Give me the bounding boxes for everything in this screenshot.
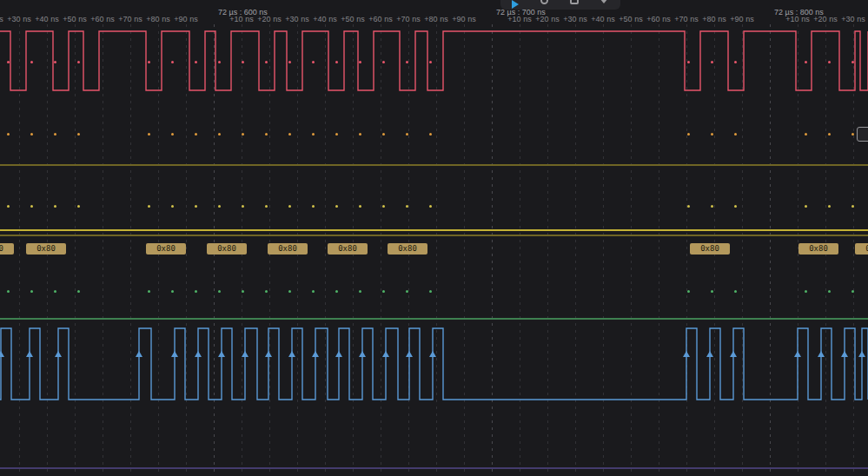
sample-dot xyxy=(851,205,854,208)
rising-edge-arrow xyxy=(429,351,436,357)
logic-analyzer-screen: 0x800x800x800x800x800x800x800x800x800x80… xyxy=(0,0,868,476)
decode-frame-badge[interactable]: 0x80 xyxy=(268,243,308,255)
rising-edge-arrow xyxy=(858,351,865,357)
play-button[interactable] xyxy=(512,0,519,9)
sample-dot xyxy=(54,205,56,208)
sample-dot xyxy=(406,205,408,208)
sample-dot xyxy=(218,290,221,293)
rising-edge-arrow xyxy=(55,351,62,357)
rising-edge-arrow xyxy=(171,351,178,357)
decode-frame-badge[interactable]: 0x80 xyxy=(146,243,186,255)
right-edge-marker[interactable] xyxy=(857,127,868,142)
sample-dot xyxy=(7,205,10,208)
rising-edge-arrow xyxy=(730,351,737,357)
sample-dot xyxy=(265,205,268,208)
sample-dot xyxy=(382,133,385,136)
sample-dot xyxy=(335,61,338,63)
rising-edge-arrow xyxy=(265,351,272,357)
sample-dot xyxy=(312,205,315,208)
rising-edge-arrow xyxy=(335,351,342,357)
ruler-minor-label: +50 ns xyxy=(619,15,642,23)
ruler-minor-label: +40 ns xyxy=(35,15,58,23)
sample-dot xyxy=(828,205,831,208)
rising-edge-arrow xyxy=(195,351,202,357)
rising-edge-arrow xyxy=(359,351,366,357)
sample-dot xyxy=(359,290,361,293)
filter-icon[interactable] xyxy=(600,0,608,3)
sample-dot xyxy=(77,61,80,63)
sample-dot xyxy=(359,133,361,136)
sample-dot xyxy=(288,133,291,136)
rising-edge-arrow xyxy=(382,351,389,357)
ruler-major-label: 72 µs : 800 ns xyxy=(774,8,824,17)
decode-frame-badge[interactable]: 0x80 xyxy=(0,243,14,255)
ruler-minor-label: +20 ns xyxy=(0,15,3,23)
ruler-minor-label: +50 ns xyxy=(63,15,86,23)
sample-dot xyxy=(851,61,854,63)
sample-dot xyxy=(382,290,385,293)
sample-dot xyxy=(406,133,408,136)
waveform-canvas[interactable]: 0x800x800x800x800x800x800x800x800x800x80 xyxy=(0,0,868,476)
sample-dot xyxy=(171,290,174,293)
ruler-minor-label: +60 ns xyxy=(646,15,670,23)
rising-edge-arrow xyxy=(706,351,713,357)
sample-dot xyxy=(148,290,150,293)
sample-dot xyxy=(711,290,713,293)
sample-dot xyxy=(30,133,33,136)
sample-dot xyxy=(429,290,432,293)
time-ruler[interactable]: +20 ns+30 ns+40 ns+50 ns+60 ns+70 ns+80 … xyxy=(0,0,868,24)
sample-dot xyxy=(828,290,831,293)
decode-frame-badge[interactable]: 0x80 xyxy=(855,243,868,255)
sample-dot xyxy=(242,290,244,293)
rising-edge-arrow xyxy=(794,351,801,357)
rising-edge-arrow xyxy=(818,351,825,357)
rising-edge-arrow xyxy=(406,351,413,357)
sample-dot xyxy=(7,61,10,63)
ruler-minor-label: +80 ns xyxy=(424,15,447,23)
sample-dot xyxy=(54,61,56,63)
sample-dot xyxy=(171,133,174,136)
sample-dot xyxy=(687,205,690,208)
sample-dot xyxy=(312,61,315,63)
decode-frame-badge[interactable]: 0x80 xyxy=(798,243,838,255)
rising-edge-arrow xyxy=(26,351,33,357)
sample-dot xyxy=(265,133,268,136)
ruler-minor-label: +90 ns xyxy=(174,15,197,23)
sample-dot xyxy=(734,61,737,63)
ruler-minor-label: +30 ns xyxy=(563,15,586,23)
sample-dot xyxy=(382,205,385,208)
decode-frame-badge[interactable]: 0x80 xyxy=(690,243,730,255)
waveform-svg xyxy=(0,0,868,476)
decode-frame-badge[interactable]: 0x80 xyxy=(207,243,247,255)
rising-edge-arrow xyxy=(218,351,225,357)
sample-dot xyxy=(77,133,80,136)
ruler-minor-label: +70 ns xyxy=(674,15,698,23)
rising-edge-arrow xyxy=(136,351,142,357)
capture-icon[interactable] xyxy=(570,0,579,4)
decode-frame-badge[interactable]: 0x80 xyxy=(388,243,427,255)
sample-dot xyxy=(30,290,33,293)
sample-dot xyxy=(242,61,244,63)
sample-dot xyxy=(218,61,221,63)
timer-icon[interactable] xyxy=(540,0,548,4)
decode-frame-badge[interactable]: 0x80 xyxy=(328,243,368,255)
sample-dot xyxy=(429,205,432,208)
sample-dot xyxy=(734,133,737,136)
sample-dot xyxy=(805,205,807,208)
sample-dot xyxy=(687,61,690,63)
red-channel-trace xyxy=(0,31,868,90)
sample-dot xyxy=(195,205,197,208)
sample-dot xyxy=(242,205,244,208)
sample-dot xyxy=(312,290,315,293)
sample-dot xyxy=(335,205,338,208)
sample-dot xyxy=(288,290,291,293)
rising-edge-arrow xyxy=(0,351,4,357)
sample-dot xyxy=(429,61,432,63)
rising-edge-arrow xyxy=(288,351,295,357)
sample-dot xyxy=(288,205,291,208)
sample-dot xyxy=(265,61,268,63)
ruler-minor-label: +90 ns xyxy=(730,15,753,23)
decode-frame-badge[interactable]: 0x80 xyxy=(26,243,66,255)
sample-dot xyxy=(195,133,197,136)
ruler-minor-label: +70 ns xyxy=(396,15,420,23)
